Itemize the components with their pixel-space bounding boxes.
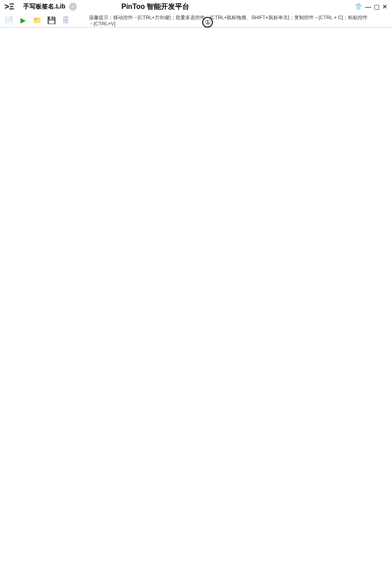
run-icon[interactable]: ▶ (19, 16, 28, 25)
app-title: PinToo 智能开发平台 (121, 2, 355, 12)
save-icon[interactable]: 💾 (47, 16, 56, 25)
database-icon[interactable]: 🗄 (61, 16, 70, 25)
app-logo-icon: >Ξ (4, 2, 14, 12)
shirt-icon[interactable]: 👕 (355, 3, 362, 10)
main-toolbar: 📄 ▶ 📁 💾 🗄 温馨提示：移动控件→[CTRL+方向键]；批量多选控件→[C… (0, 13, 392, 28)
minimize-button[interactable]: — (365, 3, 371, 10)
hint-text: 温馨提示：移动控件→[CTRL+方向键]；批量多选控件→[CTRL+鼠标拖拽、S… (76, 14, 388, 26)
close-tab-button[interactable]: × (69, 3, 77, 11)
file-name: 手写板签名.Lib (23, 3, 65, 11)
title-bar: >Ξ 手写板签名.Lib × PinToo 智能开发平台 👕 — ▢ ✕ (0, 0, 392, 13)
close-window-button[interactable]: ✕ (382, 3, 388, 10)
open-icon[interactable]: 📁 (33, 16, 42, 25)
maximize-button[interactable]: ▢ (374, 3, 380, 10)
new-icon[interactable]: 📄 (4, 16, 13, 25)
